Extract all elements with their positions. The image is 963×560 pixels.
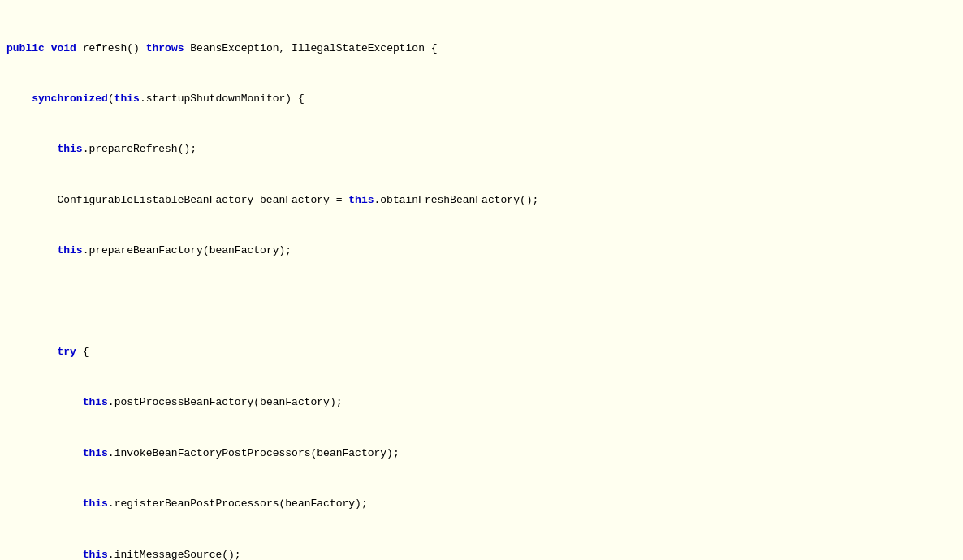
prepare-bean-factory: .prepareBeanFactory(beanFactory); (83, 244, 291, 256)
invoke-processors: .invokeBeanFactoryPostProcessors(beanFac… (108, 447, 399, 459)
keyword-public: public (6, 42, 45, 54)
code-line-8: this.invokeBeanFactoryPostProcessors(bea… (6, 446, 957, 463)
keyword-this-7: this (83, 498, 108, 510)
code-line-7: this.postProcessBeanFactory(beanFactory)… (6, 394, 957, 411)
sync-param: ( (108, 93, 114, 105)
exception-types: BeansException, IllegalStateException { (190, 42, 437, 54)
keyword-void: void (51, 42, 76, 54)
register-processors: .registerBeanPostProcessors(beanFactory)… (108, 498, 368, 510)
code-line-blank1 (6, 294, 957, 311)
keyword-this-6: this (83, 447, 108, 459)
code-line-6: try { (6, 344, 957, 361)
try-brace: { (76, 346, 89, 358)
keyword-synchronized: synchronized (32, 93, 108, 105)
code-editor: public void refresh() throws BeansExcept… (0, 3, 963, 560)
code-line-9: this.registerBeanPostProcessors(beanFact… (6, 496, 957, 513)
sync-param2: .startupShutdownMonitor) { (140, 93, 304, 105)
keyword-this-4: this (57, 244, 82, 256)
keyword-this-8: this (83, 549, 108, 561)
prepare-refresh: .prepareRefresh(); (83, 143, 196, 155)
obtain-fresh: .obtainFreshBeanFactory(); (374, 194, 539, 206)
code-line-1: public void refresh() throws BeansExcept… (6, 41, 957, 58)
method-name: refresh() (83, 42, 146, 54)
keyword-this-2: this (57, 143, 82, 155)
code-line-2: synchronized(this.startupShutdownMonitor… (6, 91, 957, 108)
keyword-throws: throws (146, 42, 184, 54)
code-line-5: this.prepareBeanFactory(beanFactory); (6, 243, 957, 260)
init-message-source: .initMessageSource(); (108, 549, 241, 561)
keyword-this-1: this (114, 93, 140, 105)
code-line-3: this.prepareRefresh(); (6, 141, 957, 158)
keyword-this-5: this (83, 396, 108, 408)
code-line-4: ConfigurableListableBeanFactory beanFact… (6, 192, 957, 209)
bean-factory-decl: ConfigurableListableBeanFactory beanFact… (57, 194, 348, 206)
keyword-try: try (57, 346, 76, 358)
keyword-this-3: this (348, 194, 374, 206)
code-line-10: this.initMessageSource(); (6, 547, 957, 561)
post-process: .postProcessBeanFactory(beanFactory); (108, 396, 343, 408)
